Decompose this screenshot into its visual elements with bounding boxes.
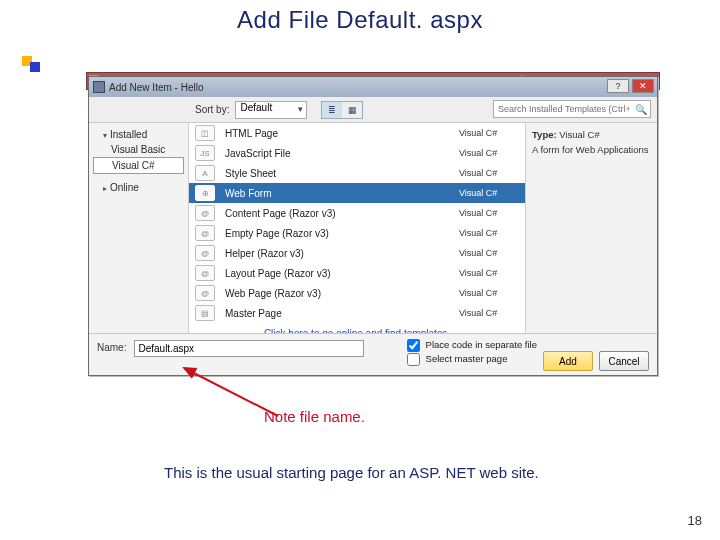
template-icon: A <box>195 165 215 181</box>
view-mode-toggle[interactable]: ≣ ▦ <box>321 101 363 119</box>
template-name: Master Page <box>225 308 459 319</box>
dialog-titlebar: Add New Item - Hello ? ✕ <box>89 77 657 97</box>
type-value: Visual C# <box>559 129 600 140</box>
template-row[interactable]: @Helper (Razor v3)Visual C# <box>189 243 525 263</box>
template-search-input[interactable] <box>494 104 650 114</box>
template-icon: @ <box>195 205 215 221</box>
template-language: Visual C# <box>459 188 519 198</box>
template-language: Visual C# <box>459 288 519 298</box>
template-icon: ▤ <box>195 305 215 321</box>
template-row[interactable]: @Content Page (Razor v3)Visual C# <box>189 203 525 223</box>
template-search[interactable]: 🔍 <box>493 100 651 118</box>
tree-visual-csharp[interactable]: Visual C# <box>93 157 184 174</box>
select-master-page-box[interactable] <box>407 353 420 366</box>
template-list: ◫HTML PageVisual C#JSJavaScript FileVisu… <box>189 123 525 333</box>
slide-title: Add File Default. aspx <box>0 0 720 38</box>
type-label: Type: <box>532 129 557 140</box>
slide-number: 18 <box>688 513 702 528</box>
template-icon: ⊕ <box>195 185 215 201</box>
template-row[interactable]: @Empty Page (Razor v3)Visual C# <box>189 223 525 243</box>
cancel-button[interactable]: Cancel <box>599 351 649 371</box>
template-name: Style Sheet <box>225 168 459 179</box>
template-language: Visual C# <box>459 148 519 158</box>
template-row[interactable]: ⊕Web FormVisual C# <box>189 183 525 203</box>
template-details: Type: Visual C# A form for Web Applicati… <box>525 123 657 333</box>
template-icon: @ <box>195 265 215 281</box>
type-description: A form for Web Applications <box>532 144 651 155</box>
window-icon <box>93 81 105 93</box>
template-row[interactable]: @Web Page (Razor v3)Visual C# <box>189 283 525 303</box>
annotation-note: Note file name. <box>264 408 365 425</box>
template-row[interactable]: @Layout Page (Razor v3)Visual C# <box>189 263 525 283</box>
template-icon: @ <box>195 225 215 241</box>
sort-by-label: Sort by: <box>195 104 229 115</box>
view-list-icon[interactable]: ≣ <box>322 102 342 118</box>
slide-explanation: This is the usual starting page for an A… <box>164 464 539 481</box>
template-icon: @ <box>195 285 215 301</box>
template-name: Helper (Razor v3) <box>225 248 459 259</box>
category-tree: Installed Visual Basic Visual C# Online <box>89 123 189 333</box>
view-grid-icon[interactable]: ▦ <box>342 102 362 118</box>
template-icon: @ <box>195 245 215 261</box>
template-language: Visual C# <box>459 208 519 218</box>
template-name: Content Page (Razor v3) <box>225 208 459 219</box>
add-button[interactable]: Add <box>543 351 593 371</box>
place-code-separate-checkbox[interactable]: Place code in separate file <box>407 338 537 352</box>
tree-online[interactable]: Online <box>93 180 184 195</box>
slide-accent-icon <box>22 56 46 64</box>
tree-installed[interactable]: Installed <box>93 127 184 142</box>
online-templates-link-row: Click here to go online and find templat… <box>189 323 525 333</box>
name-label: Name: <box>97 340 126 353</box>
search-icon: 🔍 <box>635 104 647 115</box>
template-language: Visual C# <box>459 268 519 278</box>
place-code-separate-box[interactable] <box>407 339 420 352</box>
dialog-toolbar: Sort by: Default ≣ ▦ 🔍 <box>89 97 657 123</box>
template-name: JavaScript File <box>225 148 459 159</box>
place-code-separate-label: Place code in separate file <box>426 339 537 350</box>
dialog-footer: Name: Place code in separate file Select… <box>89 333 657 375</box>
select-master-page-label: Select master page <box>426 353 508 364</box>
template-name: Web Page (Razor v3) <box>225 288 459 299</box>
template-icon: JS <box>195 145 215 161</box>
template-name: Layout Page (Razor v3) <box>225 268 459 279</box>
template-row[interactable]: JSJavaScript FileVisual C# <box>189 143 525 163</box>
template-row[interactable]: ▤Master PageVisual C# <box>189 303 525 323</box>
template-name: Empty Page (Razor v3) <box>225 228 459 239</box>
tree-visual-basic[interactable]: Visual Basic <box>93 142 184 157</box>
name-input[interactable] <box>134 340 364 357</box>
template-name: Web Form <box>225 188 459 199</box>
template-language: Visual C# <box>459 248 519 258</box>
template-icon: ◫ <box>195 125 215 141</box>
select-master-page-checkbox[interactable]: Select master page <box>407 352 537 366</box>
template-language: Visual C# <box>459 168 519 178</box>
close-button[interactable]: ✕ <box>632 79 654 93</box>
help-button[interactable]: ? <box>607 79 629 93</box>
sort-by-select[interactable]: Default <box>235 101 307 119</box>
template-row[interactable]: ◫HTML PageVisual C# <box>189 123 525 143</box>
template-language: Visual C# <box>459 128 519 138</box>
dialog-title: Add New Item - Hello <box>109 82 203 93</box>
template-row[interactable]: AStyle SheetVisual C# <box>189 163 525 183</box>
template-language: Visual C# <box>459 228 519 238</box>
add-new-item-dialog: Add New Item - Hello ? ✕ Sort by: Defaul… <box>88 76 658 376</box>
template-name: HTML Page <box>225 128 459 139</box>
template-language: Visual C# <box>459 308 519 318</box>
